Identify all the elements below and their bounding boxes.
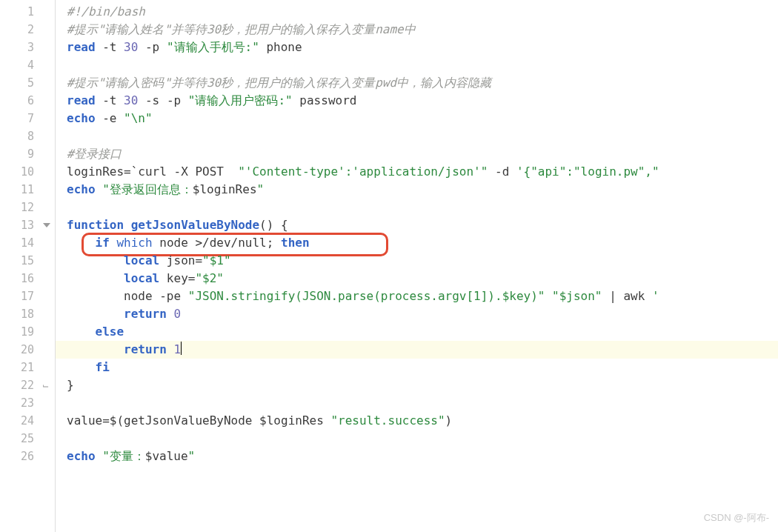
code-line[interactable]: loginRes=`curl -X POST "'Content-type':'…	[67, 163, 778, 181]
code-area[interactable]: #!/bin/bash#提示"请输入姓名"并等待30秒，把用户的输入保存入变量n…	[56, 0, 778, 532]
line-number: 20	[0, 341, 55, 359]
code-line[interactable]	[67, 199, 778, 216]
gutter: 12345678910111213141516171819202122⌙2324…	[0, 0, 56, 532]
code-line[interactable]: #!/bin/bash	[67, 3, 778, 21]
code-line[interactable]: local key="$2"	[67, 270, 778, 287]
token-bi: which	[116, 236, 152, 250]
token-id	[67, 360, 96, 374]
line-number: 9	[0, 145, 55, 163]
token-kw: return	[124, 342, 167, 356]
token-flg: -t	[102, 93, 116, 107]
code-line[interactable]	[67, 394, 778, 412]
token-id	[96, 182, 103, 196]
token-st: '{"api":"login.pw","	[516, 164, 659, 179]
code-line[interactable]: echo -e "\n"	[67, 110, 778, 127]
token-flg: -e	[102, 111, 116, 125]
token-kw: local	[124, 271, 159, 285]
code-line[interactable]: else	[67, 323, 778, 341]
token-id	[67, 307, 124, 321]
token-nm: 30	[124, 93, 138, 107]
token-flg: -t	[102, 40, 116, 54]
line-number: 8	[0, 127, 55, 145]
token-kw: function	[67, 218, 124, 232]
code-line[interactable]: fi	[67, 359, 778, 376]
token-id	[159, 93, 167, 107]
token-st: "result.success"	[330, 413, 445, 428]
token-id	[488, 164, 495, 179]
code-line[interactable]: read -t 30 -p "请输入手机号:" phone	[67, 39, 778, 56]
code-line[interactable]	[67, 430, 778, 448]
token-flg: -s	[145, 93, 159, 107]
token-st: "请输入用户密码:"	[188, 93, 293, 107]
code-line[interactable]: echo "变量：$value"	[67, 448, 778, 465]
token-st: "JSON.stringify(JSON.parse(process.argv[…	[188, 289, 545, 303]
line-number: 1	[0, 3, 55, 21]
token-id	[116, 40, 124, 54]
token-kw: read	[67, 40, 96, 54]
token-nm: 30	[124, 40, 138, 54]
token-nm: 1	[174, 342, 182, 356]
token-op: $loginRes	[193, 182, 257, 196]
watermark: CSDN @-阿布-	[704, 511, 769, 525]
line-number: 22⌙	[0, 376, 55, 394]
code-line[interactable]	[67, 56, 778, 74]
token-id	[67, 253, 124, 267]
code-line[interactable]	[67, 127, 778, 145]
token-op: )	[445, 413, 453, 428]
token-id: phone	[266, 40, 302, 54]
token-kw: echo	[67, 111, 96, 125]
line-number: 7	[0, 110, 55, 127]
token-st: "$json"	[552, 289, 602, 303]
code-line[interactable]: #提示"请输入密码"并等待30秒，把用户的输入保存入变量pwd中，输入内容隐藏	[67, 74, 778, 92]
token-id	[545, 289, 552, 303]
code-line[interactable]: value=$(getJsonValueByNode $loginRes "re…	[67, 412, 778, 430]
code-line[interactable]: return 1	[56, 341, 778, 359]
line-number: 10	[0, 163, 55, 181]
token-id	[159, 40, 167, 54]
code-line[interactable]: if which node >/dev/null; then	[67, 234, 778, 252]
line-number: 11	[0, 181, 55, 199]
token-id	[138, 93, 145, 107]
token-st: "$1"	[202, 253, 231, 267]
code-line[interactable]: #提示"请输入姓名"并等待30秒，把用户的输入保存入变量name中	[67, 21, 778, 39]
code-line[interactable]: local json="$1"	[67, 252, 778, 270]
token-kw: echo	[67, 182, 96, 196]
token-kw: read	[67, 93, 96, 107]
code-line[interactable]: echo "登录返回信息：$loginRes"	[67, 181, 778, 199]
token-id	[96, 449, 103, 463]
token-id	[96, 93, 103, 107]
line-number: 19	[0, 323, 55, 341]
token-op: `	[131, 164, 139, 179]
token-id	[67, 342, 124, 356]
code-line[interactable]: function getJsonValueByNode() {	[67, 216, 778, 234]
line-number: 23	[0, 394, 55, 412]
token-id	[259, 40, 267, 54]
code-line[interactable]: }	[67, 376, 778, 394]
token-st: "$2"	[195, 271, 224, 285]
token-st: '	[652, 289, 659, 303]
code-line[interactable]: return 0	[67, 305, 778, 323]
line-number: 6	[0, 92, 55, 110]
line-number: 3	[0, 39, 55, 56]
fold-open-icon[interactable]	[43, 223, 50, 227]
token-kw: if	[96, 236, 110, 250]
code-line[interactable]: node -pe "JSON.stringify(JSON.parse(proc…	[67, 287, 778, 305]
token-id	[124, 218, 131, 232]
token-op: $(	[110, 413, 124, 428]
code-line[interactable]: #登录接口	[67, 145, 778, 163]
token-cm: #提示"请输入密码"并等待30秒，把用户的输入保存入变量pwd中，输入内容隐藏	[67, 76, 491, 90]
token-id	[110, 236, 117, 250]
token-kw: echo	[67, 449, 96, 463]
line-number: 2	[0, 21, 55, 39]
line-number: 12	[0, 199, 55, 216]
token-id	[167, 307, 174, 321]
code-line[interactable]: read -t 30 -s -p "请输入用户密码:" password	[67, 92, 778, 110]
token-kw: return	[124, 307, 167, 321]
token-id	[509, 164, 516, 179]
line-number: 5	[0, 74, 55, 92]
line-number: 14	[0, 234, 55, 252]
token-fn: getJsonValueByNode	[131, 218, 259, 232]
token-kw: local	[124, 253, 159, 267]
line-number: 25	[0, 430, 55, 448]
token-st: "\n"	[124, 111, 153, 125]
